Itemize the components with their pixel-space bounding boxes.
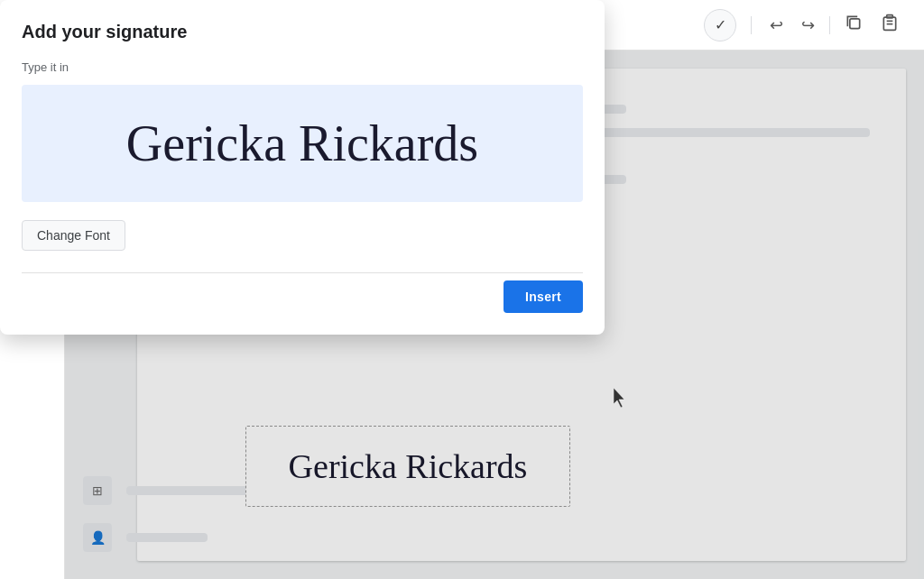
toolbar-divider bbox=[751, 16, 752, 34]
svg-rect-0 bbox=[850, 19, 860, 29]
insert-button[interactable]: Insert bbox=[504, 280, 583, 313]
signature-preview: Gericka Rickards bbox=[22, 85, 583, 202]
signature-modal: Add your signature Type it in Gericka Ri… bbox=[0, 0, 605, 335]
check-button[interactable]: ✓ bbox=[704, 9, 736, 41]
clipboard-icon[interactable] bbox=[877, 10, 902, 40]
toolbar-icons: ↩ ↪ bbox=[766, 10, 902, 40]
redo-icon[interactable]: ↪ bbox=[798, 12, 818, 39]
signature-display-text: Gericka Rickards bbox=[126, 115, 478, 172]
icon-divider bbox=[829, 16, 830, 34]
undo-icon[interactable]: ↩ bbox=[766, 12, 787, 39]
modal-tab-label: Type it in bbox=[22, 60, 583, 74]
check-icon: ✓ bbox=[715, 16, 726, 33]
modal-actions: Insert bbox=[22, 272, 583, 313]
duplicate-icon[interactable] bbox=[841, 10, 866, 40]
modal-title: Add your signature bbox=[22, 22, 583, 42]
change-font-button[interactable]: Change Font bbox=[22, 220, 125, 251]
